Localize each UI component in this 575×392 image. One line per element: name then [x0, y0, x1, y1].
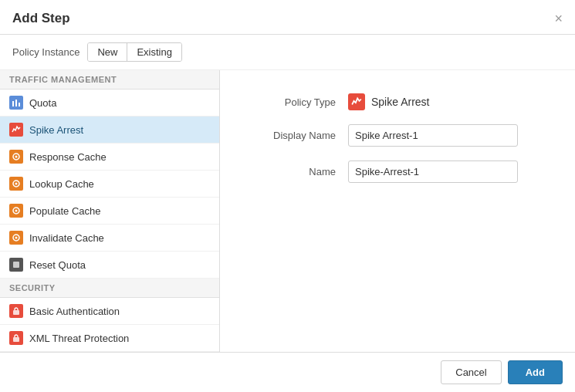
- modal-body: TRAFFIC MANAGEMENT Quota Spik: [0, 70, 575, 352]
- xml-threat-icon: [9, 331, 23, 345]
- lookup-cache-icon: [9, 177, 23, 191]
- populate-cache-label: Populate Cache: [29, 205, 101, 217]
- modal-footer: Cancel Add: [0, 352, 575, 392]
- modal-header: Add Step ×: [0, 0, 575, 35]
- svg-rect-2: [19, 103, 20, 106]
- svg-point-8: [15, 210, 18, 212]
- sidebar-item-invalidate-cache[interactable]: Invalidate Cache: [0, 225, 219, 252]
- invalidate-cache-icon: [9, 231, 23, 245]
- display-name-label: Display Name: [251, 130, 336, 141]
- main-content: Policy Type Spike Arrest Display Name Na: [220, 70, 575, 352]
- xml-threat-label: XML Threat Protection: [29, 333, 129, 344]
- policy-type-icon: [348, 93, 365, 110]
- modal-title: Add Step: [12, 11, 70, 26]
- existing-button[interactable]: Existing: [127, 43, 181, 61]
- svg-point-6: [15, 183, 18, 185]
- name-label: Name: [251, 166, 336, 177]
- policy-type-label: Policy Type: [251, 96, 336, 108]
- sidebar-item-populate-cache[interactable]: Populate Cache: [0, 198, 219, 225]
- policy-type-row: Policy Type Spike Arrest: [251, 93, 544, 110]
- response-cache-label: Response Cache: [29, 151, 107, 163]
- svg-rect-12: [13, 310, 19, 315]
- spike-arrest-icon: [9, 123, 23, 137]
- sidebar: TRAFFIC MANAGEMENT Quota Spik: [0, 70, 220, 352]
- close-button[interactable]: ×: [554, 12, 563, 25]
- sidebar-item-xml-threat[interactable]: XML Threat Protection: [0, 325, 219, 352]
- policy-instance-row: Policy Instance New Existing: [0, 35, 575, 70]
- svg-point-10: [15, 237, 18, 239]
- policy-type-value: Spike Arrest: [371, 96, 429, 108]
- quota-label: Quota: [29, 97, 56, 109]
- cancel-button[interactable]: Cancel: [441, 360, 501, 384]
- sidebar-item-basic-auth[interactable]: Basic Authentication: [0, 298, 219, 325]
- name-input[interactable]: [348, 161, 518, 183]
- new-button[interactable]: New: [88, 43, 127, 61]
- name-row: Name: [251, 161, 544, 183]
- sidebar-item-lookup-cache[interactable]: Lookup Cache: [0, 171, 219, 198]
- svg-rect-11: [13, 262, 19, 268]
- svg-point-4: [15, 156, 18, 158]
- sidebar-item-quota[interactable]: Quota: [0, 90, 219, 117]
- add-button[interactable]: Add: [508, 360, 563, 384]
- quota-icon: [9, 96, 23, 110]
- reset-quota-icon: [9, 258, 23, 272]
- add-step-modal: Add Step × Policy Instance New Existing …: [0, 0, 575, 392]
- lookup-cache-label: Lookup Cache: [29, 178, 94, 190]
- basic-auth-icon: [9, 304, 23, 318]
- svg-rect-13: [13, 337, 19, 342]
- display-name-input[interactable]: [348, 124, 518, 147]
- security-header: SECURITY: [0, 279, 219, 298]
- display-name-row: Display Name: [251, 124, 544, 147]
- invalidate-cache-label: Invalidate Cache: [29, 232, 104, 244]
- sidebar-item-spike-arrest[interactable]: Spike Arrest: [0, 117, 219, 144]
- populate-cache-icon: [9, 204, 23, 218]
- policy-instance-label: Policy Instance: [12, 46, 79, 58]
- policy-instance-toggle: New Existing: [87, 42, 182, 62]
- policy-type-display: Spike Arrest: [348, 93, 429, 110]
- sidebar-item-response-cache[interactable]: Response Cache: [0, 144, 219, 171]
- sidebar-item-reset-quota[interactable]: Reset Quota: [0, 252, 219, 279]
- svg-rect-1: [15, 100, 17, 106]
- basic-auth-label: Basic Authentication: [29, 306, 120, 317]
- traffic-management-header: TRAFFIC MANAGEMENT: [0, 70, 219, 90]
- response-cache-icon: [9, 150, 23, 164]
- svg-rect-0: [12, 101, 14, 106]
- reset-quota-label: Reset Quota: [29, 259, 86, 271]
- spike-arrest-label: Spike Arrest: [29, 124, 83, 136]
